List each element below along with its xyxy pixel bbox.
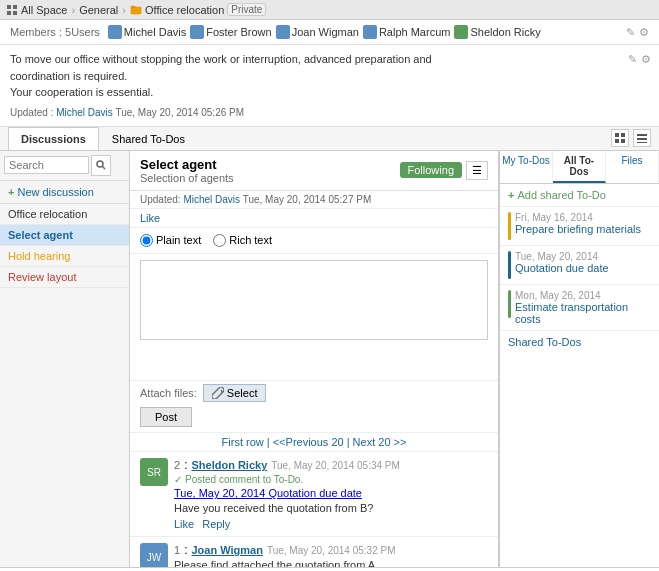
gear-icon[interactable]: ⚙ (641, 51, 651, 68)
comments-area: SR 2: Sheldon Ricky Tue, May 20, 2014 05… (130, 452, 498, 567)
comment-1-header: 1: Joan Wigman Tue, May 20, 2014 05:32 P… (174, 543, 488, 557)
like-button-2[interactable]: Like (174, 518, 194, 530)
content-area: + New discussion Office relocation Selec… (0, 151, 659, 568)
comment-2-posted: ✓ Posted comment to To-Do. (174, 474, 488, 485)
post-button[interactable]: Post (140, 407, 192, 427)
svg-rect-2 (7, 11, 11, 15)
member-foster: Foster Brown (190, 25, 271, 39)
discussion-main: Select agent Selection of agents Followi… (130, 151, 499, 568)
grid-view-button[interactable] (611, 129, 629, 147)
sidebar: + New discussion Office relocation Selec… (0, 151, 130, 568)
description-box: ✎ ⚙ To move our office without stopping … (0, 45, 659, 127)
discussion-menu-button[interactable]: ☰ (466, 161, 488, 180)
comment-1-content: 1: Joan Wigman Tue, May 20, 2014 05:32 P… (174, 543, 488, 567)
list-view-icon (637, 133, 647, 143)
svg-rect-6 (615, 133, 619, 137)
todo-title-1[interactable]: Quotation due date (515, 262, 609, 274)
comment-2-author[interactable]: Sheldon Ricky (191, 459, 267, 471)
sidebar-item-review-layout[interactable]: Review layout (0, 267, 129, 288)
text-area-container (130, 254, 498, 381)
members-list: Members : 5Users Michel Davis Foster Bro… (10, 25, 541, 39)
plus-icon: + (8, 186, 14, 198)
svg-rect-9 (621, 139, 625, 143)
svg-rect-8 (615, 139, 619, 143)
radio-rich-input[interactable] (213, 234, 226, 247)
search-input[interactable] (4, 156, 89, 174)
radio-plain-text[interactable]: Plain text (140, 234, 201, 247)
discussion-updated-by[interactable]: Michel Davis (183, 194, 240, 205)
avatar-1: JW (140, 543, 168, 567)
plus-icon: + (508, 189, 514, 201)
edit-pencil-icon[interactable]: ✎ (626, 26, 635, 39)
todo-title-2[interactable]: Estimate transportation costs (515, 301, 651, 325)
add-shared-todo-button[interactable]: + Add shared To-Do (500, 184, 659, 207)
comment-2-todo-link: Tue, May 20, 2014 Quotation due date (174, 487, 488, 499)
tab-discussions[interactable]: Discussions (8, 127, 99, 150)
gear-icon[interactable]: ⚙ (639, 26, 649, 39)
discussion-meta: Updated: Michel Davis Tue, May 20, 2014 … (130, 191, 498, 209)
like-bar: Like (130, 209, 498, 228)
comment-2-actions: Like Reply (174, 518, 488, 530)
member-avatar (454, 25, 468, 39)
description-updated: Updated : Michel Davis Tue, May 20, 2014… (10, 105, 649, 120)
member-avatar (108, 25, 122, 39)
member-michel: Michel Davis (108, 25, 186, 39)
radio-group: Plain text Rich text (130, 228, 498, 254)
todo-link[interactable]: Tue, May 20, 2014 Quotation due date (174, 487, 362, 499)
shared-todos-link[interactable]: Shared To-Dos (500, 331, 659, 353)
list-view-button[interactable] (633, 129, 651, 147)
todo-item-2: Mon, May 26, 2014 Estimate transportatio… (500, 285, 659, 331)
nav-general[interactable]: General (79, 4, 118, 16)
svg-line-14 (103, 166, 106, 169)
todo-title-0[interactable]: Prepare briefing materials (515, 223, 641, 235)
member-joan: Joan Wigman (276, 25, 359, 39)
tab-all-todos[interactable]: All To-Dos (553, 151, 606, 183)
member-avatar (363, 25, 377, 39)
members-edit-icons[interactable]: ✎ ⚙ (626, 26, 649, 39)
member-avatar (276, 25, 290, 39)
tabs-row: Discussions Shared To-Dos (0, 127, 659, 151)
sidebar-item-select-agent[interactable]: Select agent (0, 225, 129, 246)
member-avatar (190, 25, 204, 39)
breadcrumb: All Space › General › Office relocation … (0, 0, 659, 20)
discussion-header: Select agent Selection of agents Followi… (130, 151, 498, 191)
todo-item-1: Tue, May 20, 2014 Quotation due date (500, 246, 659, 285)
svg-rect-5 (131, 6, 135, 8)
discussion-title: Select agent Selection of agents (140, 157, 234, 184)
description-updated-by[interactable]: Michel Davis (56, 107, 113, 118)
nav-office-relocation[interactable]: Office relocation Private (130, 3, 266, 16)
nav-allspace[interactable]: All Space (6, 4, 67, 16)
member-sheldon: Sheldon Ricky (454, 25, 540, 39)
radio-plain-input[interactable] (140, 234, 153, 247)
description-edit-icons[interactable]: ✎ ⚙ (628, 51, 651, 68)
edit-pencil-icon[interactable]: ✎ (628, 51, 637, 68)
paperclip-icon (212, 387, 224, 399)
reply-button-2[interactable]: Reply (202, 518, 230, 530)
comment-1-author[interactable]: Joan Wigman (191, 544, 262, 556)
comment-1-body: Please find attached the quotation from … (174, 559, 488, 567)
attach-row: Attach files: Select (130, 380, 498, 407)
grid-icon (6, 4, 18, 16)
new-discussion-button[interactable]: + New discussion (0, 181, 129, 204)
tab-icons[interactable] (611, 129, 651, 147)
post-row: Post (130, 407, 498, 432)
like-button[interactable]: Like (140, 212, 160, 224)
comment-2: SR 2: Sheldon Ricky Tue, May 20, 2014 05… (130, 452, 498, 537)
select-file-button[interactable]: Select (203, 384, 267, 402)
radio-rich-text[interactable]: Rich text (213, 234, 272, 247)
comment-2-content: 2: Sheldon Ricky Tue, May 20, 2014 05:34… (174, 458, 488, 530)
todo-bar-1 (508, 251, 511, 279)
comment-1: JW 1: Joan Wigman Tue, May 20, 2014 05:3… (130, 537, 498, 567)
tab-shared-todos[interactable]: Shared To-Dos (99, 127, 198, 150)
tab-files[interactable]: Files (606, 151, 659, 183)
sidebar-item-hold-hearing[interactable]: Hold hearing (0, 246, 129, 267)
discussion-textarea[interactable] (140, 260, 488, 340)
sidebar-item-office-relocation[interactable]: Office relocation (0, 204, 129, 225)
search-button[interactable] (91, 155, 111, 176)
bottom-labels: b) c) d) (0, 567, 659, 571)
tab-my-todos[interactable]: My To-Dos (500, 151, 553, 183)
private-badge: Private (227, 3, 266, 16)
todo-item-0: Fri, May 16, 2014 Prepare briefing mater… (500, 207, 659, 246)
avatar-2: SR (140, 458, 168, 486)
following-button[interactable]: Following (400, 162, 462, 178)
